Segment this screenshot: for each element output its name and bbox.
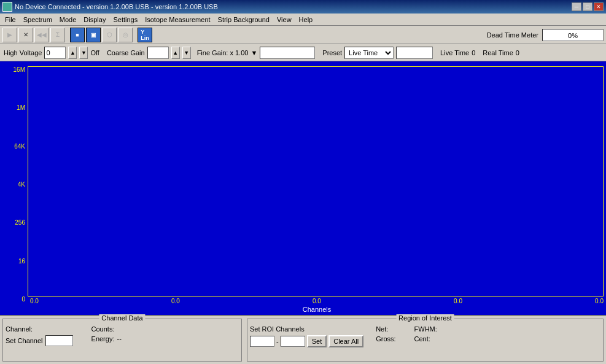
minimize-button[interactable]: ─ — [572, 2, 581, 11]
menu-help[interactable]: Help — [295, 15, 317, 24]
menu-file[interactable]: File — [1, 15, 20, 24]
cent-label: Cent: — [414, 335, 437, 343]
close-button[interactable]: ✕ — [594, 2, 604, 11]
toolbar-roi-button[interactable]: ◎ — [118, 28, 133, 42]
live-time-label: Live Time — [440, 49, 469, 56]
coarse-gain-input[interactable] — [147, 47, 169, 59]
y-label-64k: 64K — [0, 143, 28, 150]
maximize-button[interactable]: □ — [583, 2, 592, 11]
hv-off-label: Off — [90, 49, 99, 56]
x-axis: 0.0 0.0 0.0 0.0 0.0 Channels — [28, 296, 606, 315]
dead-time-value: 0% — [542, 29, 604, 41]
menu-view[interactable]: View — [273, 15, 295, 24]
toolbar: ▶ ✕ ◀◀ Σ ■ ▣ ⬡ ◎ YLin Dead Time Meter 0% — [0, 26, 606, 44]
set-roi-button[interactable]: Set — [307, 335, 327, 347]
main-content: 16M 1M 64K 4K 256 16 0 0.0 0.0 0.0 0.0 0… — [0, 61, 606, 364]
real-time-value: 0 — [516, 49, 519, 56]
roi-section: Region of Interest Set ROI Channels - Se… — [247, 319, 604, 362]
window-title: No Device Connected - version 1.2.00B US… — [15, 3, 218, 10]
toolbar-start-button[interactable]: ▶ — [2, 28, 17, 42]
roi-end-input[interactable] — [281, 336, 305, 347]
menubar: File Spectrum Mode Display Settings Isot… — [0, 14, 606, 26]
y-label-16m: 16M — [0, 66, 28, 73]
toolbar-back-button[interactable]: ◀◀ — [34, 28, 49, 42]
roi-dash: - — [276, 338, 279, 345]
preset-select[interactable]: Live Time Real Time Counts — [344, 47, 394, 59]
hv-up-button[interactable]: ▲ — [68, 47, 77, 59]
y-axis: 16M 1M 64K 4K 256 16 0 — [0, 61, 28, 315]
menu-spectrum[interactable]: Spectrum — [20, 15, 56, 24]
net-label: Net: — [376, 325, 395, 333]
menu-stripbg[interactable]: Strip Background — [214, 15, 273, 24]
cg-up-button[interactable]: ▲ — [171, 47, 180, 59]
fine-gain-slider[interactable] — [260, 47, 315, 59]
y-label-0: 0 — [0, 296, 28, 303]
x-label-4: 0.0 — [454, 298, 462, 304]
energy-value: -- — [117, 335, 121, 343]
x-label-5: 0.0 — [595, 298, 604, 304]
preset-value-input[interactable] — [396, 47, 433, 59]
menu-settings[interactable]: Settings — [109, 15, 141, 24]
y-label-256: 256 — [0, 219, 28, 226]
high-voltage-label: High Voltage — [4, 49, 42, 56]
gross-label: Gross: — [376, 335, 395, 343]
live-time-value: 0 — [472, 49, 475, 56]
counts-label: Counts: — [91, 325, 115, 333]
channel-label: Channel: — [6, 325, 33, 333]
set-channel-input[interactable] — [45, 335, 73, 346]
fwhm-label: FWHM: — [414, 325, 437, 333]
channel-data-section: Channel Data Channel: Set Channel Counts… — [2, 319, 242, 362]
x-label-2: 0.0 — [171, 298, 180, 304]
titlebar: No Device Connected - version 1.2.00B US… — [0, 0, 606, 14]
hv-down-button[interactable]: ▼ — [79, 47, 88, 59]
chart-area: 16M 1M 64K 4K 256 16 0 0.0 0.0 0.0 0.0 0… — [0, 61, 606, 315]
energy-label: Energy: — [91, 335, 115, 343]
toolbar-display1-button[interactable]: ■ — [70, 28, 85, 42]
set-roi-label: Set ROI Channels — [250, 325, 363, 333]
bottom-panel: Channel Data Channel: Set Channel Counts… — [0, 315, 606, 364]
menu-mode[interactable]: Mode — [56, 15, 80, 24]
y-label-4k: 4K — [0, 181, 28, 188]
fine-gain-label: Fine Gain: x 1.00 — [197, 49, 249, 56]
toolbar-sum-button[interactable]: Σ — [50, 28, 65, 42]
parambar: High Voltage ▲ ▼ Off Coarse Gain ▲ ▼ Fin… — [0, 44, 606, 61]
roi-title: Region of Interest — [396, 314, 454, 322]
clear-all-button[interactable]: Clear All — [328, 335, 363, 347]
menu-display[interactable]: Display — [80, 15, 109, 24]
preset-label: Preset — [322, 49, 342, 56]
toolbar-lin-button[interactable]: YLin — [138, 28, 152, 42]
fine-gain-dropdown-icon[interactable]: ▼ — [251, 49, 257, 56]
x-axis-title: Channels — [28, 306, 606, 313]
toolbar-cursor-button[interactable]: ⬡ — [102, 28, 117, 42]
channel-data-title: Channel Data — [99, 314, 145, 322]
app-icon — [2, 2, 12, 12]
toolbar-stop-button[interactable]: ✕ — [18, 28, 33, 42]
dead-time-label: Dead Time Meter — [487, 31, 538, 39]
coarse-gain-label: Coarse Gain — [107, 49, 145, 56]
set-channel-label: Set Channel — [6, 337, 43, 344]
x-label-1: 0.0 — [30, 298, 39, 304]
high-voltage-input[interactable] — [44, 47, 66, 59]
chart-border — [28, 66, 604, 296]
y-label-16: 16 — [0, 258, 28, 265]
roi-start-input[interactable] — [250, 336, 274, 347]
toolbar-display2-button[interactable]: ▣ — [86, 28, 101, 42]
y-label-1m: 1M — [0, 104, 28, 111]
x-label-3: 0.0 — [313, 298, 321, 304]
real-time-label: Real Time — [483, 49, 513, 56]
cg-down-button[interactable]: ▼ — [182, 47, 191, 59]
menu-isotope[interactable]: Isotope Measurement — [141, 15, 214, 24]
